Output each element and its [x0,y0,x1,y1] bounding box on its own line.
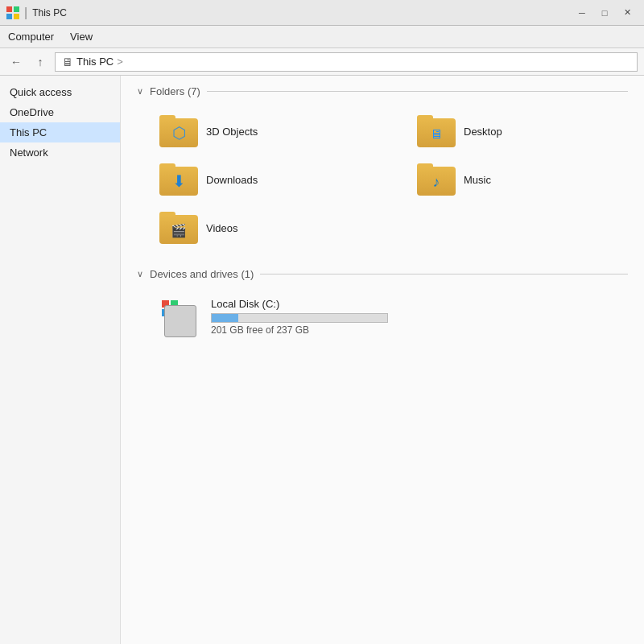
content-pane: ∨ Folders (7) ⬡ 3D Objects [121,76,644,644]
back-button[interactable]: ← [6,52,26,72]
folders-line [207,91,628,92]
sidebar-item-quickaccess[interactable]: Quick access [0,82,120,102]
explorer-window: | This PC ─ □ ✕ Computer View ← ↑ 🖥 This… [0,0,644,644]
menu-view[interactable]: View [62,28,101,45]
folder-icon-3dobjects: ⬡ [159,115,198,147]
folders-grid: ⬡ 3D Objects 🖥 Desktop [153,110,628,249]
folder-music[interactable]: ♪ Music [411,159,636,200]
close-button[interactable]: ✕ [617,4,638,22]
sidebar: Quick access OneDrive This PC Network [0,76,121,644]
drive-c-bar-fill [212,314,238,322]
title-bar: | This PC ─ □ ✕ [0,0,644,26]
drive-c-icon [159,298,201,340]
folder-icon-videos: 🎬 [159,212,198,244]
drive-c-free: 201 GB free of 237 GB [211,324,388,336]
folder-3dobjects[interactable]: ⬡ 3D Objects [153,110,378,152]
window-title: This PC [32,7,67,19]
overlay-desktop-icon: 🖥 [430,127,443,141]
window-icon [6,6,19,19]
sidebar-item-onedrive[interactable]: OneDrive [0,102,120,122]
svg-rect-1 [14,6,19,12]
devices-section-header: ∨ Devices and drives (1) [137,268,628,280]
folder-desktop[interactable]: 🖥 Desktop [411,110,636,152]
overlay-video-icon: 🎬 [171,224,187,237]
address-bar: ← ↑ 🖥 This PC > [0,48,644,76]
folders-title: Folders (7) [150,85,200,97]
minimize-button[interactable]: ─ [572,4,592,22]
address-path[interactable]: 🖥 This PC > [55,52,638,72]
main-area: Quick access OneDrive This PC Network ∨ … [0,76,644,644]
menu-bar: Computer View [0,26,644,48]
drive-c-info: Local Disk (C:) 201 GB free of 237 GB [211,298,388,336]
overlay-music-icon: ♪ [433,174,440,190]
window-controls: ─ □ ✕ [572,4,638,22]
folder-label-videos: Videos [206,222,238,234]
maximize-button[interactable]: □ [594,4,615,22]
svg-rect-0 [6,6,12,12]
drive-c[interactable]: Local Disk (C:) 201 GB free of 237 GB [153,293,378,345]
svg-rect-3 [14,14,19,19]
folder-label-desktop: Desktop [464,126,502,138]
title-divider: | [24,6,27,20]
devices-list: Local Disk (C:) 201 GB free of 237 GB [153,293,628,345]
folder-icon-music: ♪ [417,163,456,196]
menu-computer[interactable]: Computer [0,28,62,45]
drive-c-bar [211,313,388,323]
folder-label-3dobjects: 3D Objects [206,126,258,138]
folders-section-header: ∨ Folders (7) [137,85,628,97]
folders-chevron[interactable]: ∨ [137,86,143,97]
monitor-icon: 🖥 [62,56,73,68]
devices-title: Devices and drives (1) [150,268,254,280]
overlay-3d-icon: ⬡ [172,124,186,142]
overlay-download-icon: ⬇ [172,172,186,190]
path-thispc: This PC [76,56,114,68]
folder-icon-downloads: ⬇ [159,163,198,196]
folder-label-music: Music [464,174,491,186]
up-button[interactable]: ↑ [31,52,50,72]
folder-icon-desktop: 🖥 [417,115,456,147]
path-arrow: > [117,56,123,68]
drive-c-name: Local Disk (C:) [211,298,388,310]
sidebar-item-network[interactable]: Network [0,142,120,163]
devices-chevron[interactable]: ∨ [137,269,143,279]
folder-label-downloads: Downloads [206,174,258,186]
svg-rect-2 [6,14,12,19]
devices-line [260,274,628,275]
folder-videos[interactable]: 🎬 Videos [153,207,378,249]
folder-downloads[interactable]: ⬇ Downloads [153,159,378,200]
sidebar-item-thispc[interactable]: This PC [0,122,120,142]
